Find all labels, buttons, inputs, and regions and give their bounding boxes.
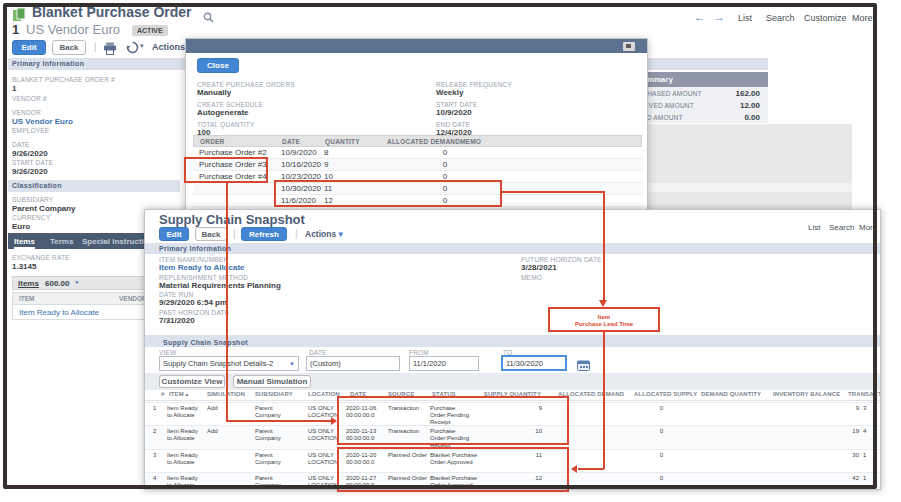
summary-row-value: 0.00 [744,113,760,122]
schedule-modal: Close CREATE PURCHASE ORDERS Manually CR… [185,38,648,218]
row-allocated-supply: 0 [625,428,663,435]
row-subsidiary: Parent Company [255,475,297,489]
row-subsidiary: Parent Company [255,428,297,442]
row-item-link[interactable]: Item Ready to Allocate [167,428,199,442]
row-item-link[interactable]: Item Ready to Allocate [167,475,199,489]
row-status: Purchase Order:Pending Receipt [430,405,478,426]
field-value: 9/26/2020 [12,167,48,176]
actions-button[interactable]: Actions [152,42,185,52]
row-add-link[interactable]: Add [207,428,237,435]
modal-field-value: Manually [197,88,295,97]
schedule-table-header: ORDER DATE QUANTITY ALLOCATED DEMAND MEM… [193,135,642,147]
schedule-row: Purchase Order #2 10/9/2020 8 0 [193,147,642,159]
schedule-row: 11/6/2020 12 0 [193,195,642,207]
row-date: 2020-11-06 00:00:00.0 [346,405,380,419]
tab-terms[interactable]: Terms [50,237,73,246]
row-allocated-supply: 0 [625,475,663,482]
modal-fields-right: RELEASE FREQUENCY Weekly START DATE 10/9… [436,81,512,141]
nav-list[interactable]: List [738,13,752,23]
row-source: Transaction [388,428,428,435]
nav-back-arrow-icon[interactable]: ← [694,11,705,23]
schedule-allocated-demand[interactable]: 0 [437,196,453,205]
field-label: VENDOR [12,109,41,116]
row-transactions-link[interactable]: 3 [863,405,879,412]
tab-items[interactable]: Items [14,237,35,249]
col-order: ORDER [200,138,224,145]
print-icon[interactable] [103,41,117,59]
items-subtab-amount: 600.00 [45,279,69,288]
col-quantity: QUANTITY [325,138,360,145]
modal-field: CREATE PURCHASE ORDERS Manually [197,81,295,101]
row-item-link[interactable]: Item Ready to Allocate [167,452,199,466]
row-supply-quantity: 9 [500,405,542,412]
purchase-order-link[interactable]: Purchase Order #3 [199,160,267,169]
row-supply-quantity: 11 [500,452,542,459]
items-table-header: ITEM VENDOR [13,293,161,305]
row-item-link[interactable]: Item Ready to Allocate [167,405,199,419]
modal-fields-left: CREATE PURCHASE ORDERS Manually CREATE S… [197,81,295,141]
field-value: Euro [12,222,30,231]
modal-field: START DATE 10/9/2020 [436,101,512,121]
modal-field-value: 10/9/2020 [436,108,512,117]
snapshot-row: 1 Item Ready to Allocate Add Parent Comp… [145,402,880,425]
nav-forward-arrow-icon[interactable]: → [714,11,725,23]
nav-customize[interactable]: Customize [804,13,847,23]
close-button[interactable]: Close [197,58,239,73]
schedule-allocated-demand[interactable]: 0 [437,160,453,169]
modal-title-bar[interactable] [186,39,647,53]
modal-field-label: START DATE [436,101,512,108]
modal-field: RELEASE FREQUENCY Weekly [436,81,512,101]
schedule-row: Purchase Order #4 10/23/2020 10 0 [193,171,642,183]
toolbar-divider: | [94,41,97,52]
modal-field: CREATE SCHEDULE Autogenerate [197,101,295,121]
row-transactions-link[interactable]: 1 [863,452,879,459]
row-inventory-balance: 42 [799,475,859,482]
snapshot-row: 4 Item Ready to Allocate Parent Company … [145,472,880,490]
search-icon[interactable] [203,9,214,27]
refresh-caret-icon[interactable]: ▾ [140,42,144,50]
col-date: DATE [282,138,300,145]
popout-icon[interactable] [623,42,635,51]
schedule-date: 10/23/2020 [281,172,321,181]
exchange-rate-label: EXCHANGE RATE [12,254,70,261]
row-add-link[interactable]: Add [207,405,237,412]
classification-bar: Classification [8,180,180,192]
row-transactions-link[interactable]: 1 [863,475,879,482]
row-status: Purchase Order:Pending Receipt [430,428,478,449]
purchase-order-link[interactable]: Purchase Order #4 [199,172,267,181]
items-col-item: ITEM [19,295,35,302]
modal-field-label: RELEASE FREQUENCY [436,81,512,88]
schedule-allocated-demand[interactable]: 0 [437,148,453,157]
field-value: Parent Company [12,204,76,213]
refresh-icon[interactable] [126,40,139,58]
row-date: 2020-11-13 00:00:00.0 [346,428,380,442]
row-source: Planned Order [388,452,428,459]
edit-button[interactable]: Edit [12,40,46,55]
schedule-quantity: 12 [324,196,333,205]
row-inventory-balance: 30 [799,452,859,459]
row-source: Transaction [388,405,428,412]
item-link[interactable]: Item Ready to Allocate [19,308,99,317]
row-subsidiary: Parent Company [255,452,297,466]
nav-more[interactable]: More [852,13,873,23]
items-subtab-label: Items [18,279,39,288]
field-label: CURRENCY [12,214,50,221]
status-badge: ACTIVE [132,25,168,36]
row-allocated-supply: 0 [625,405,663,412]
row-transactions-link[interactable]: 4 [863,428,879,435]
vendor-link[interactable]: US Vendor Euro [12,117,73,126]
row-supply-quantity: 12 [500,475,542,482]
summary-row-value: 12.00 [740,101,760,110]
modal-field-value: Weekly [436,88,512,97]
nav-search[interactable]: Search [766,13,795,23]
schedule-allocated-demand[interactable]: 0 [437,172,453,181]
schedule-allocated-demand[interactable]: 0 [437,184,453,193]
row-number: 2 [153,428,163,435]
snapshot-row: 2 Item Ready to Allocate Add Parent Comp… [145,425,880,448]
row-supply-quantity: 10 [500,428,542,435]
purchase-order-link[interactable]: Purchase Order #2 [199,148,267,157]
back-button[interactable]: Back [52,40,86,55]
items-col-vendor: VENDOR [119,295,147,302]
row-date: 2020-11-27 00:00:00.0 [346,475,380,489]
items-subtab[interactable]: Items 600.00 ● [12,276,162,290]
